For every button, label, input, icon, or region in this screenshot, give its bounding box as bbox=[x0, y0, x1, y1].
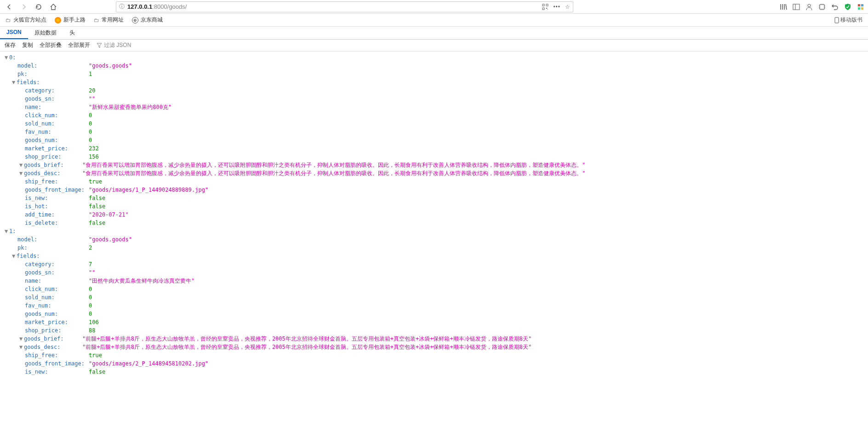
json-kv-row[interactable]: ▼ goods_brief:"前腿+后腿+羊排共8斤，原生态大山放牧羊羔，曾经的… bbox=[5, 335, 863, 343]
twisty-icon[interactable]: ▼ bbox=[12, 78, 17, 86]
svg-point-7 bbox=[808, 4, 811, 7]
json-kv-row[interactable]: pk:2 bbox=[5, 244, 863, 252]
tab-headers[interactable]: 头 bbox=[63, 27, 81, 39]
twisty-icon[interactable]: ▼ bbox=[19, 169, 24, 177]
json-kv-row[interactable]: name:"田然牛肉大黄瓜条生鲜牛肉冷冻真空黄牛" bbox=[5, 277, 863, 285]
extension-icon-1[interactable] bbox=[818, 3, 826, 11]
json-kv-row[interactable]: sold_num:0 bbox=[5, 293, 863, 302]
json-kv-row[interactable]: goods_sn:"" bbox=[5, 268, 863, 277]
json-fields-row[interactable]: ▼ fields: bbox=[5, 78, 863, 86]
json-kv-row[interactable]: shop_price:88 bbox=[5, 326, 863, 335]
reload-button[interactable] bbox=[33, 1, 44, 12]
json-kv-row[interactable]: is_new:false bbox=[5, 368, 863, 376]
bookmarks-bar: 🗀 火狐官方站点 新手上路 🗀 常用网址 ⊕ 京东商城 移动版书 bbox=[0, 14, 868, 27]
toolbar-right bbox=[780, 3, 864, 11]
json-kv-row[interactable]: goods_front_image:"goods/images/2_P_1448… bbox=[5, 359, 863, 368]
json-kv-row[interactable]: goods_front_image:"goods/images/1_P_1449… bbox=[5, 186, 863, 194]
json-kv-row[interactable]: category:20 bbox=[5, 86, 863, 95]
action-expand-all[interactable]: 全部展开 bbox=[68, 41, 90, 49]
json-kv-row[interactable]: fav_num:0 bbox=[5, 128, 863, 136]
json-kv-row[interactable]: ▼ goods_desc:"食用百香果可以增加胃部饱腹感，减少余热量的摄入，还可… bbox=[5, 169, 863, 177]
svg-rect-11 bbox=[858, 7, 860, 10]
svg-rect-5 bbox=[793, 4, 799, 10]
home-button[interactable] bbox=[48, 1, 59, 12]
json-kv-row[interactable]: is_delete:false bbox=[5, 219, 863, 227]
twisty-icon[interactable]: ▼ bbox=[19, 161, 24, 169]
bookmark-item[interactable]: 新手上路 bbox=[55, 16, 86, 24]
svg-rect-2 bbox=[542, 8, 544, 10]
json-kv-row[interactable]: click_num:0 bbox=[5, 285, 863, 293]
back-button[interactable] bbox=[4, 1, 15, 12]
svg-rect-13 bbox=[835, 17, 839, 23]
filter-input[interactable]: 过滤 JSON bbox=[97, 41, 131, 49]
sidebar-icon[interactable] bbox=[793, 3, 800, 11]
bookmark-star-icon[interactable]: ☆ bbox=[565, 4, 570, 10]
json-kv-row[interactable]: market_price:232 bbox=[5, 144, 863, 153]
svg-rect-10 bbox=[861, 4, 863, 6]
shield-icon[interactable] bbox=[844, 3, 851, 11]
svg-rect-1 bbox=[546, 4, 548, 6]
forward-button[interactable] bbox=[18, 1, 29, 12]
json-kv-row[interactable]: goods_sn:"" bbox=[5, 95, 863, 103]
json-kv-row[interactable]: ▼ goods_desc:"前腿+后腿+羊排共8斤，原生态大山放牧羊羔，曾经的皇… bbox=[5, 343, 863, 351]
action-save[interactable]: 保存 bbox=[5, 41, 16, 49]
json-kv-row[interactable]: model:"goods.goods" bbox=[5, 62, 863, 70]
mobile-view-button[interactable]: 移动版书 bbox=[834, 16, 862, 24]
browser-toolbar: ⓘ 127.0.0.1:8000/goods/ ••• ☆ bbox=[0, 0, 868, 14]
account-icon[interactable] bbox=[805, 3, 813, 11]
tab-json[interactable]: JSON bbox=[0, 27, 28, 39]
json-kv-row[interactable]: market_price:106 bbox=[5, 318, 863, 326]
json-kv-row[interactable]: click_num:0 bbox=[5, 111, 863, 120]
svg-rect-3 bbox=[546, 8, 547, 9]
action-copy[interactable]: 复制 bbox=[22, 41, 33, 49]
folder-icon: 🗀 bbox=[94, 17, 99, 23]
bookmark-item[interactable]: 🗀 火狐官方站点 bbox=[6, 16, 46, 24]
library-icon[interactable] bbox=[780, 3, 787, 11]
info-icon[interactable]: ⓘ bbox=[119, 3, 125, 11]
action-collapse-all[interactable]: 全部折叠 bbox=[40, 41, 62, 49]
bookmark-item[interactable]: 🗀 常用网址 bbox=[94, 16, 124, 24]
url-bar[interactable]: ⓘ 127.0.0.1:8000/goods/ ••• ☆ bbox=[116, 1, 573, 12]
page-actions-icon[interactable]: ••• bbox=[553, 4, 560, 10]
twisty-icon[interactable]: ▼ bbox=[5, 227, 9, 235]
svg-rect-9 bbox=[858, 4, 860, 6]
json-kv-row[interactable]: add_time:"2020-07-21" bbox=[5, 211, 863, 219]
json-index-row[interactable]: ▼ 1: bbox=[5, 227, 863, 235]
json-kv-row[interactable]: goods_num:0 bbox=[5, 136, 863, 144]
json-kv-row[interactable]: pk:1 bbox=[5, 70, 863, 78]
json-kv-row[interactable]: is_new:false bbox=[5, 194, 863, 202]
svg-rect-4 bbox=[548, 9, 548, 10]
tab-raw[interactable]: 原始数据 bbox=[28, 27, 63, 39]
json-kv-row[interactable]: model:"goods.goods" bbox=[5, 235, 863, 244]
bookmark-item[interactable]: ⊕ 京东商城 bbox=[132, 16, 163, 24]
url-text: 127.0.0.1:8000/goods/ bbox=[127, 3, 542, 10]
svg-rect-0 bbox=[542, 4, 544, 6]
twisty-icon[interactable]: ▼ bbox=[19, 335, 24, 343]
json-kv-row[interactable]: shop_price:156 bbox=[5, 153, 863, 161]
json-kv-row[interactable]: category:7 bbox=[5, 260, 863, 268]
twisty-icon[interactable]: ▼ bbox=[12, 252, 17, 260]
json-index-row[interactable]: ▼ 0: bbox=[5, 53, 863, 62]
json-kv-row[interactable]: ▼ goods_brief:"食用百香果可以增加胃部饱腹感，减少余热量的摄入，还… bbox=[5, 161, 863, 169]
svg-rect-8 bbox=[820, 5, 824, 9]
json-kv-row[interactable]: goods_num:0 bbox=[5, 310, 863, 318]
json-fields-row[interactable]: ▼ fields: bbox=[5, 252, 863, 260]
json-kv-row[interactable]: ship_free:true bbox=[5, 351, 863, 359]
json-viewer-tabs: JSON 原始数据 头 bbox=[0, 27, 868, 40]
json-kv-row[interactable]: sold_num:0 bbox=[5, 120, 863, 128]
json-kv-row[interactable]: fav_num:0 bbox=[5, 302, 863, 310]
json-kv-row[interactable]: ship_free:true bbox=[5, 177, 863, 186]
extension-icon-2[interactable] bbox=[857, 3, 864, 11]
qr-icon[interactable] bbox=[542, 4, 548, 10]
svg-rect-12 bbox=[861, 7, 863, 10]
undo-icon[interactable] bbox=[831, 3, 839, 11]
json-viewer: ▼ 0:model:"goods.goods"pk:1▼ fields:cate… bbox=[0, 51, 868, 378]
json-kv-row[interactable]: name:"新鲜水果甜蜜香脆单果约800克" bbox=[5, 103, 863, 111]
firefox-icon bbox=[55, 17, 61, 23]
jd-icon: ⊕ bbox=[132, 17, 138, 23]
twisty-icon[interactable]: ▼ bbox=[19, 343, 24, 351]
twisty-icon[interactable]: ▼ bbox=[5, 53, 9, 62]
json-kv-row[interactable]: is_hot:false bbox=[5, 202, 863, 211]
json-toolbar: 保存 复制 全部折叠 全部展开 过滤 JSON bbox=[0, 40, 868, 51]
folder-icon: 🗀 bbox=[6, 17, 11, 23]
